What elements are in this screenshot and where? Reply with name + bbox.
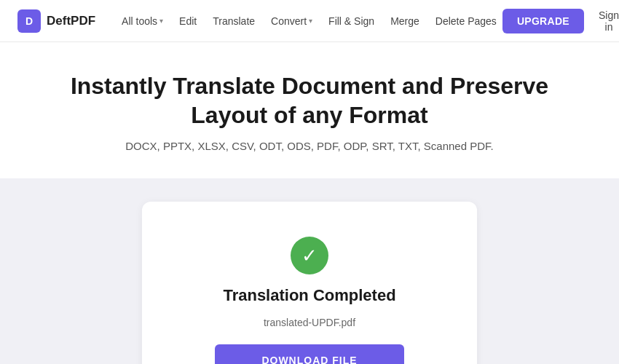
logo[interactable]: D DeftPDF bbox=[17, 9, 95, 33]
nav-label-convert: Convert bbox=[271, 15, 307, 27]
success-icon: ✓ bbox=[291, 237, 328, 274]
card-filename: translated-UPDF.pdf bbox=[264, 317, 355, 328]
logo-icon: D bbox=[17, 9, 41, 33]
signin-button[interactable]: Sign in bbox=[593, 5, 619, 37]
nav-label-all-tools: All tools bbox=[122, 15, 157, 27]
nav-label-fill-sign: Fill & Sign bbox=[328, 15, 374, 27]
hero-subtitle: DOCX, PPTX, XLSX, CSV, ODT, ODS, PDF, OD… bbox=[15, 140, 604, 152]
nav-label-delete-pages: Delete Pages bbox=[435, 15, 497, 27]
header-right: UPGRADE Sign in bbox=[502, 5, 619, 37]
download-file-button[interactable]: DOWNLOAD FILE bbox=[215, 344, 404, 364]
nav-item-fill-sign[interactable]: Fill & Sign bbox=[323, 11, 380, 31]
chevron-down-icon-convert: ▾ bbox=[309, 17, 312, 25]
nav-item-convert[interactable]: Convert ▾ bbox=[265, 11, 318, 31]
hero-section: Instantly Translate Document and Preserv… bbox=[0, 42, 619, 178]
upgrade-button[interactable]: UPGRADE bbox=[502, 9, 584, 33]
logo-name: DeftPDF bbox=[47, 14, 95, 28]
nav-label-merge: Merge bbox=[390, 15, 419, 27]
nav-item-translate[interactable]: Translate bbox=[207, 11, 261, 31]
nav-item-all-tools[interactable]: All tools ▾ bbox=[116, 11, 169, 31]
translation-completed-card: ✓ Translation Completed translated-UPDF.… bbox=[142, 202, 477, 364]
hero-title: Instantly Translate Document and Preserv… bbox=[62, 71, 557, 130]
nav-label-edit: Edit bbox=[179, 15, 197, 27]
main-content: ✓ Translation Completed translated-UPDF.… bbox=[0, 178, 619, 364]
main-nav: All tools ▾ Edit Translate Convert ▾ Fil… bbox=[116, 11, 502, 31]
header: D DeftPDF All tools ▾ Edit Translate Con… bbox=[0, 0, 619, 42]
nav-item-delete-pages[interactable]: Delete Pages bbox=[430, 11, 502, 31]
nav-label-translate: Translate bbox=[213, 15, 255, 27]
header-left: D DeftPDF All tools ▾ Edit Translate Con… bbox=[17, 9, 502, 33]
chevron-down-icon: ▾ bbox=[159, 17, 163, 25]
nav-item-edit[interactable]: Edit bbox=[173, 11, 202, 31]
nav-item-merge[interactable]: Merge bbox=[385, 11, 425, 31]
card-title: Translation Completed bbox=[223, 286, 395, 305]
checkmark-icon: ✓ bbox=[301, 246, 318, 265]
